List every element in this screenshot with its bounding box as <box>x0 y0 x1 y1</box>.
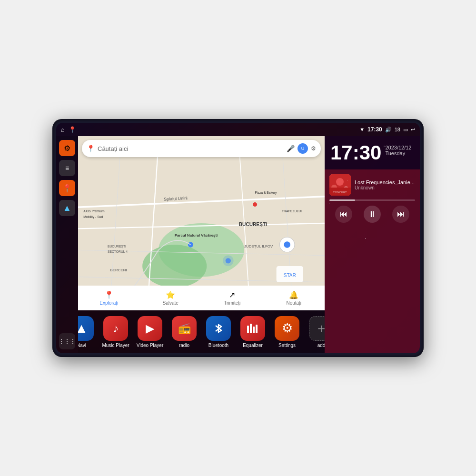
music-album-art: CONCERT <box>329 174 351 196</box>
app-radio[interactable]: 📻 radio <box>170 316 198 348</box>
map-nav-share[interactable]: ↗ Trimiteți <box>201 290 263 306</box>
app-navi[interactable]: ▲ Navi <box>78 316 96 348</box>
radio-icon-bg: 📻 <box>172 316 197 341</box>
google-maps-icon: 📍 <box>87 145 95 152</box>
svg-point-35 <box>336 178 344 186</box>
app-music-player[interactable]: ♪ Music Player <box>101 316 130 348</box>
share-icon: ↗ <box>229 290 235 299</box>
svg-rect-32 <box>253 327 255 333</box>
back-icon[interactable]: ↩ <box>411 127 415 133</box>
prev-button[interactable]: ⏮ <box>335 206 352 223</box>
bluetooth-svg <box>212 322 225 335</box>
svg-text:Mobility - Sud: Mobility - Sud <box>83 215 103 219</box>
app-settings[interactable]: ⚙ Settings <box>273 316 301 348</box>
app-equalizer[interactable]: Equalizer <box>238 316 267 348</box>
right-panel: 17:30 2023/12/12 Tuesday <box>325 136 420 353</box>
svg-text:Pizza & Bakery: Pizza & Bakery <box>255 191 277 195</box>
wifi-icon: ▼ <box>359 127 365 132</box>
clock-date: 2023/12/12 Tuesday <box>385 143 411 156</box>
prev-icon: ⏮ <box>340 210 347 218</box>
grid-icon: ⋮⋮⋮ <box>59 338 76 345</box>
svg-rect-31 <box>250 324 252 333</box>
svg-point-13 <box>253 202 257 207</box>
settings-icon: ⚙ <box>64 144 70 153</box>
explore-label: Explorați <box>99 300 118 306</box>
map-bottom-bar: 📍 Explorați ⭐ Salvate ↗ Trimiteți 🔔 <box>78 286 325 310</box>
progress-fill <box>329 199 355 201</box>
music-controls: ⏮ ⏸ ⏭ <box>329 206 415 223</box>
music-text: Lost Frequencies_Janie... Unknown <box>355 179 415 190</box>
app-video-player[interactable]: ▶ Video Player <box>136 316 164 348</box>
navi-label: Navi <box>78 343 86 348</box>
equalizer-svg <box>246 322 260 335</box>
pause-icon: ⏸ <box>368 209 377 219</box>
video-player-icon-bg: ▶ <box>138 316 162 341</box>
status-right: ▼ 17:30 🔊 18 ▭ ↩ <box>359 126 415 133</box>
svg-point-15 <box>284 241 290 248</box>
map-nav-explore[interactable]: 📍 Explorați <box>78 290 140 306</box>
music-player-icon: ♪ <box>113 322 119 335</box>
svg-text:BERCENI: BERCENI <box>110 268 127 272</box>
sidebar-files-button[interactable]: ≡ <box>59 160 75 176</box>
saved-label: Salvate <box>163 300 178 306</box>
settings-icon-bg: ⚙ <box>275 316 299 341</box>
news-icon: 🔔 <box>289 290 298 299</box>
sidebar-nav-button[interactable]: ▲ <box>59 200 75 216</box>
music-title: Lost Frequencies_Janie... <box>355 179 415 185</box>
map-container[interactable]: Splaiul Unirii STAR Parcul Natural Văcăr… <box>78 136 325 310</box>
saved-icon: ⭐ <box>166 290 175 299</box>
status-left: ⌂ 📍 <box>61 126 76 133</box>
map-nav-saved[interactable]: ⭐ Salvate <box>140 290 202 306</box>
app-dock: ▲ Navi ♪ Music Player ▶ Vid <box>78 310 325 353</box>
svg-text:AXIS Premium: AXIS Premium <box>83 209 105 213</box>
user-avatar[interactable]: U <box>298 143 308 154</box>
status-bar: ⌂ 📍 ▼ 17:30 🔊 18 ▭ ↩ <box>56 123 420 136</box>
music-section: CONCERT Lost Frequencies_Janie... Unknow… <box>325 169 420 353</box>
music-artist: Unknown <box>355 185 415 190</box>
news-label: Noutăți <box>286 300 301 306</box>
map-search-bar[interactable]: 📍 Căutați aici 🎤 U ⚙ <box>82 140 321 157</box>
svg-text:BUCUREȘTI: BUCUREȘTI <box>239 222 267 227</box>
device: ⌂ 📍 ▼ 17:30 🔊 18 ▭ ↩ ⚙ ≡ <box>52 119 424 357</box>
music-track-info: CONCERT Lost Frequencies_Janie... Unknow… <box>329 174 415 196</box>
svg-text:Parcul Natural Văcărești: Parcul Natural Văcărești <box>175 233 218 238</box>
clock-section: 17:30 2023/12/12 Tuesday <box>325 136 420 169</box>
music-player-label: Music Player <box>102 343 129 348</box>
svg-point-29 <box>223 256 234 267</box>
battery-number: 18 <box>395 127 400 132</box>
svg-text:TRAPEZULUI: TRAPEZULUI <box>282 209 302 213</box>
map-nav-news[interactable]: 🔔 Noutăți <box>263 290 325 306</box>
map-icon: 📍 <box>62 184 72 193</box>
files-icon: ≡ <box>65 164 69 172</box>
svg-point-12 <box>188 242 193 247</box>
clock-time: 17:30 <box>330 143 381 163</box>
progress-bar[interactable] <box>329 199 415 201</box>
app-bluetooth[interactable]: Bluetooth <box>204 316 233 348</box>
next-icon: ⏭ <box>397 210 405 218</box>
avatar-letter: U <box>301 146 305 151</box>
map-status-icon[interactable]: 📍 <box>69 126 76 133</box>
status-time: 17:30 <box>367 126 382 133</box>
svg-text:STAR: STAR <box>284 273 296 278</box>
share-label: Trimiteți <box>224 300 240 306</box>
mic-icon[interactable]: 🎤 <box>287 145 295 152</box>
svg-rect-33 <box>256 325 258 333</box>
next-button[interactable]: ⏭ <box>392 206 409 223</box>
sidebar-settings-button[interactable]: ⚙ <box>59 140 75 156</box>
main-content: ⚙ ≡ 📍 ▲ ⋮⋮⋮ <box>56 136 420 353</box>
left-sidebar: ⚙ ≡ 📍 ▲ ⋮⋮⋮ <box>56 136 78 353</box>
sidebar-map-button[interactable]: 📍 <box>59 180 75 196</box>
equalizer-icon-bg <box>240 316 265 341</box>
sidebar-grid-button[interactable]: ⋮⋮⋮ <box>59 333 75 349</box>
app-add[interactable]: ＋ add <box>307 316 325 348</box>
svg-text:CONCERT: CONCERT <box>333 191 347 194</box>
video-player-icon: ▶ <box>146 322 154 335</box>
home-status-icon[interactable]: ⌂ <box>61 126 65 133</box>
pause-button[interactable]: ⏸ <box>364 206 381 223</box>
clock-day-text: Tuesday <box>385 150 411 156</box>
map-options-icon[interactable]: ⚙ <box>311 145 316 152</box>
svg-point-2 <box>142 245 207 288</box>
clock-date-text: 2023/12/12 <box>385 145 411 150</box>
map-svg: Splaiul Unirii STAR Parcul Natural Văcăr… <box>78 136 325 310</box>
settings-label: Settings <box>278 343 296 348</box>
